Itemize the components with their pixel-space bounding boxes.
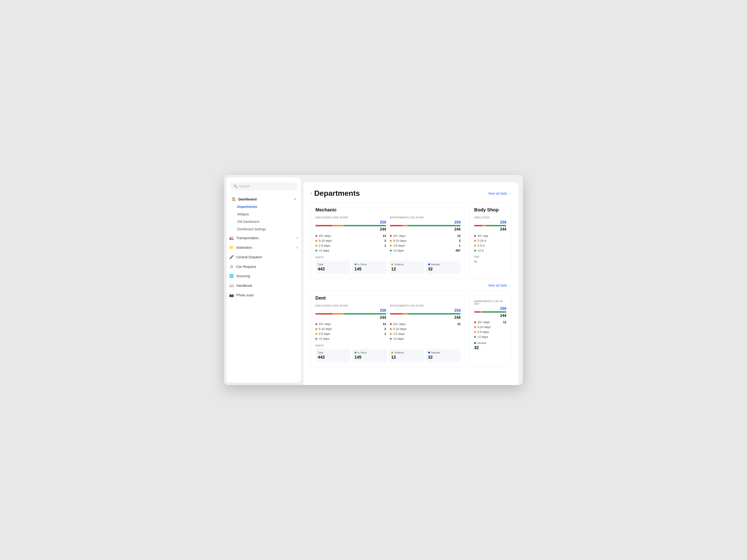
parts-total-label: Total: [318, 263, 348, 266]
dept-card-body-shop: Body Shop EMPLOYEES 259 244: [469, 202, 511, 279]
body-shop-parts-to-label: To: [474, 260, 506, 263]
dent-employees-days-list: 10+ days 12 5-10 days 2: [315, 322, 386, 341]
green-dot: [390, 250, 392, 251]
days-item: 2-5 days 1: [315, 331, 386, 336]
search-bar[interactable]: 🔍 Search: [230, 182, 298, 190]
handbook-label: Handbook: [236, 284, 252, 288]
body-shop-title: Body Shop: [474, 207, 506, 213]
view-all-stats-button[interactable]: View all stats →: [488, 192, 511, 195]
search-icon: 🔍: [233, 184, 237, 188]
nav-sub-item-departments[interactable]: Departments: [233, 203, 299, 211]
yellow-dot: [315, 245, 317, 247]
nav-sub-item-widgets[interactable]: Widgets: [233, 211, 299, 218]
dent-dept-10plus-value: 12: [457, 322, 461, 326]
dent-employees-label: EMPLOYEES CARS IN DEP.: [315, 304, 386, 307]
main-content: ‹ Departments View all stats → Mechanic …: [304, 175, 523, 385]
employees-filled-row: 244: [315, 227, 386, 232]
parts-card-total: Total 443: [315, 261, 351, 274]
orange-dot: [474, 326, 476, 328]
green-dot: [474, 250, 476, 251]
days-item: 10+ days 12: [474, 320, 506, 325]
sourcing-label: Sourcing: [236, 274, 250, 278]
arbitration-label: Arbitration: [236, 245, 252, 249]
days-item: <2 days: [315, 248, 386, 253]
parts-grid: Total 443 In Stock 145: [315, 261, 461, 274]
sourcing-icon: 🌐: [229, 274, 234, 278]
arbitration-icon: 📁: [229, 245, 234, 250]
nav-section-dashboard: 🏠 Dashboard ∧ Departments Widgets Old Da…: [227, 195, 301, 233]
blue-dot: [474, 342, 476, 344]
nav-item-handbook[interactable]: 📖 Handbook: [227, 281, 301, 290]
dept-days-item: 2-5 days 1: [390, 243, 461, 248]
orange-dot: [474, 240, 476, 242]
body-shop-5-10-label: 5-10 d: [478, 239, 486, 242]
dent-title: Dent: [315, 295, 461, 301]
body-shop-parts-label: PAR: [474, 256, 506, 258]
transportation-chevron: ∨: [296, 236, 298, 240]
nav-sub-item-old-dashboard[interactable]: Old Dashboard: [233, 218, 299, 225]
green-dot: [390, 338, 392, 340]
page-header: ‹ Departments View all stats →: [310, 189, 511, 197]
dent-parts-needed-label: Needed: [428, 351, 459, 354]
yellow-dot: [390, 333, 392, 335]
partial-10plus: 10+ days: [478, 320, 490, 324]
body-shop-2-5-label: 2-5 d: [478, 244, 484, 247]
nav-item-arbitration[interactable]: 📁 Arbitration ∨: [227, 243, 301, 252]
days-item: <2 days: [474, 335, 506, 339]
nav-item-car-request[interactable]: 🖨 Car Request: [227, 262, 301, 271]
photo-scan-icon: 📷: [229, 293, 234, 297]
employees-filled-value: 244: [380, 227, 386, 232]
dashboard-sub-items: Departments Widgets Old Dashboard Dashbo…: [229, 203, 299, 233]
parts-section-dent: PARTS Total 443 In Stock: [315, 344, 461, 362]
transportation-icon: 🚛: [229, 236, 234, 240]
nav-item-transportation[interactable]: 🚛 Transportation ∨: [227, 233, 301, 242]
dent-parts-instock-label: In Stock: [355, 351, 385, 354]
body-shop-employees-label: EMPLOYEES: [474, 216, 506, 219]
employees-days-list: 10+ days 12 5-10 days 2: [315, 233, 386, 253]
dept-days-10plus-value: 12: [457, 234, 461, 238]
days-item: 2-5 days 1: [315, 243, 386, 248]
partial-2-5: 2-5 days: [478, 330, 489, 334]
nav-group-dashboard[interactable]: 🏠 Dashboard ∧: [229, 195, 299, 203]
nav-item-central-dispatch[interactable]: 🎤 Central Dispatch: [227, 252, 301, 262]
dept-days-item: <2 days 487: [390, 248, 461, 253]
central-dispatch-icon: 🎤: [229, 255, 234, 259]
view-all-stats-button-2[interactable]: View all stats →: [488, 284, 511, 287]
partial-10plus-val: 12: [503, 320, 506, 324]
dept-cars-label: DEPARTMENTS CAR IN DEP.: [390, 216, 461, 219]
dept-days-5-10-label: 5-10 days: [393, 239, 406, 242]
dashboard-label: Dashboard: [238, 197, 257, 201]
body-shop-10plus-label: 10+ day: [478, 234, 488, 238]
back-arrow[interactable]: ‹: [310, 191, 312, 196]
dent-dept-lt2-label: <2 days: [393, 337, 404, 341]
dept-cars-progress-bar: [390, 225, 461, 226]
days-item: 10+ day: [474, 233, 506, 238]
dent-dept-10plus-label: 10+ days: [393, 322, 406, 326]
dept-cars-count-top: 259: [390, 220, 461, 224]
dept-cars-filled-value: 244: [454, 227, 461, 232]
nav-sub-item-dashboard-settings[interactable]: Dashboard Settings: [233, 225, 299, 233]
nav-item-sourcing[interactable]: 🌐 Sourcing: [227, 271, 301, 281]
dent-2-5-label: 2-5 days: [319, 332, 330, 336]
sidebar: 🔍 Search 🏠 Dashboard ∧ Departments Widge…: [227, 177, 301, 383]
dent-parts-instock-value: 145: [355, 355, 385, 360]
page-title-row: ‹ Departments: [310, 189, 360, 197]
dept-days-item: 10+ days 12: [390, 322, 461, 326]
nav-item-photo-scan[interactable]: 📷 Photo scan: [227, 291, 301, 300]
transportation-label: Transportation: [236, 236, 259, 240]
green-dot: [474, 336, 476, 338]
dent-10plus-label: 10+ days: [319, 322, 331, 326]
handbook-icon: 📖: [229, 283, 234, 288]
yellow-dot: [315, 333, 317, 335]
dent-dept-cars-filled-value: 244: [454, 316, 461, 320]
days-item: 2-5 d: [474, 243, 506, 248]
main-inner: ‹ Departments View all stats → Mechanic …: [304, 182, 518, 385]
dent-5-10-value: 2: [384, 327, 386, 331]
dept-days-item: 10+ days 12: [390, 233, 461, 238]
red-dot: [474, 235, 476, 237]
dept-days-list: 10+ days 12 5-10 days 2: [390, 233, 461, 253]
dent-2-5-value: 1: [384, 332, 386, 336]
red-dot: [474, 321, 476, 323]
dent-employees-filled-value: 244: [380, 316, 386, 320]
green-dot: [355, 263, 357, 265]
